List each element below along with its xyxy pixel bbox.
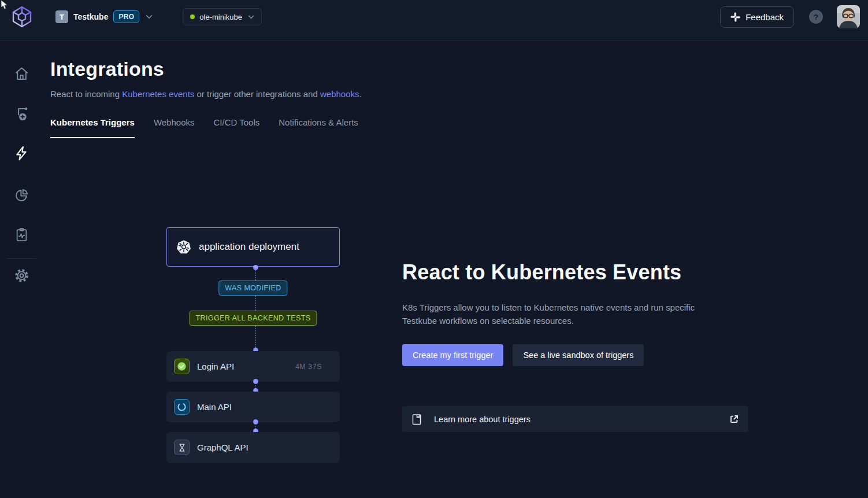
top-header: T Testkube PRO ole-minikube — [0, 0, 868, 41]
triggers-bolt-icon — [13, 145, 29, 161]
test-name: Main API — [197, 402, 314, 412]
sidebar-nav — [0, 41, 43, 498]
tab-notifications-alerts[interactable]: Notifications & Alerts — [279, 117, 358, 138]
sidebar-item-triggers[interactable] — [13, 145, 29, 161]
external-link-icon — [729, 414, 739, 424]
learn-more-label: Learn more about triggers — [434, 415, 729, 424]
sidebar-item-test-executions[interactable] — [13, 226, 29, 242]
status-running-spinner-icon — [174, 399, 190, 415]
triggers-intro-panel: React to Kubernetes Events K8s Triggers … — [402, 260, 726, 366]
slack-icon — [730, 12, 740, 22]
description-text: React to incoming — [50, 89, 122, 99]
status-passed-icon — [174, 359, 190, 374]
home-icon — [14, 66, 29, 82]
connector-dot — [253, 419, 258, 425]
plan-badge: PRO — [113, 10, 139, 23]
kubernetes-events-link[interactable]: Kubernetes events — [122, 89, 194, 99]
test-card-login-api[interactable]: Login API 4M 37S — [166, 351, 340, 382]
test-executions-icon — [14, 227, 29, 242]
tab-webhooks[interactable]: Webhooks — [154, 117, 195, 138]
webhooks-link[interactable]: webhooks — [320, 89, 359, 99]
status-queued-hourglass-icon — [174, 440, 190, 455]
org-switcher[interactable]: T Testkube PRO — [55, 10, 153, 23]
condition-badge: WAS MODIFIED — [218, 281, 287, 296]
sidebar-item-settings[interactable] — [13, 267, 29, 283]
test-duration: 4M 37S — [295, 363, 322, 371]
trigger-flow-diagram: application deployment WAS MODIFIED TRIG… — [166, 227, 340, 464]
test-card-main-api[interactable]: Main API — [166, 392, 340, 422]
question-mark-icon: ? — [814, 13, 818, 21]
description-text: . — [359, 89, 362, 99]
test-name: GraphQL API — [197, 442, 314, 452]
sidebar-item-test-sources[interactable] — [13, 105, 29, 121]
feedback-button[interactable]: Feedback — [720, 6, 794, 28]
create-first-trigger-button[interactable]: Create my first trigger — [402, 344, 503, 366]
chevron-down-icon — [146, 14, 153, 19]
env-status-dot — [190, 14, 195, 19]
environment-name: ole-minikube — [199, 13, 242, 21]
panel-heading: React to Kubernetes Events — [402, 260, 726, 285]
test-name: Login API — [197, 361, 288, 371]
org-name: Testkube — [73, 12, 108, 21]
action-badge: TRIGGER ALL BACKEND TESTS — [190, 311, 317, 326]
feedback-label: Feedback — [745, 12, 784, 22]
connector-dot — [253, 265, 258, 270]
page-title: Integrations — [50, 58, 164, 80]
environment-selector[interactable]: ole-minikube — [183, 8, 262, 25]
sidebar-divider — [6, 259, 36, 259]
learn-more-link-bar[interactable]: Learn more about triggers — [402, 406, 748, 432]
sidebar-item-insights[interactable] — [13, 187, 29, 203]
page-description: React to incoming Kubernetes events or t… — [50, 89, 362, 99]
event-source-box: application deployment — [166, 227, 340, 267]
tab-bar: Kubernetes Triggers Webhooks CI/CD Tools… — [50, 117, 358, 138]
testkube-logo-icon[interactable] — [9, 4, 35, 29]
settings-gear-icon — [14, 268, 29, 283]
panel-description: K8s Triggers allow you to listen to Kube… — [402, 301, 717, 328]
test-card-graphql-api[interactable]: GraphQL API — [166, 432, 340, 463]
app-window: T Testkube PRO ole-minikube — [0, 0, 868, 498]
live-sandbox-button[interactable]: See a live sandbox of triggers — [513, 344, 644, 366]
sidebar-item-dashboard[interactable] — [13, 65, 29, 82]
connector-dot — [253, 379, 258, 384]
event-source-label: application deployment — [199, 241, 299, 253]
tab-cicd-tools[interactable]: CI/CD Tools — [214, 117, 260, 138]
kubernetes-icon — [176, 239, 191, 254]
user-avatar[interactable] — [837, 5, 860, 28]
book-icon — [411, 414, 422, 425]
description-text: or trigger other integrations and — [194, 89, 320, 99]
chevron-down-icon — [248, 15, 254, 19]
org-avatar: T — [55, 10, 68, 23]
insights-pie-icon — [14, 187, 29, 203]
help-button[interactable]: ? — [809, 10, 823, 24]
test-sources-icon — [13, 105, 30, 122]
tab-kubernetes-triggers[interactable]: Kubernetes Triggers — [50, 117, 135, 138]
